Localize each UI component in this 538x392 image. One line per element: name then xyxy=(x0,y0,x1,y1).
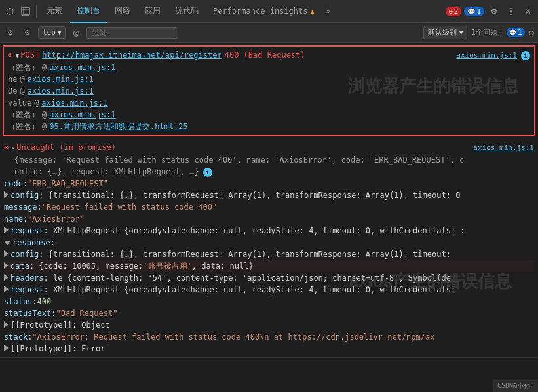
stack-link-1[interactable]: axios.min.js:1 xyxy=(49,62,115,73)
expand-res-headers-icon[interactable] xyxy=(4,274,9,281)
object-preview-2: onfig: {…}, request: XMLHttpRequest, …} … xyxy=(4,166,534,178)
performance-warning-icon: ▲ xyxy=(311,8,315,15)
error-icon-red: ⊗ xyxy=(8,50,12,60)
expand-response-icon[interactable] xyxy=(4,241,10,245)
status-text: 400 (Bad Request) xyxy=(225,50,305,60)
object-preview-1: {message: 'Request failed with status co… xyxy=(4,154,534,166)
clear-console-icon[interactable]: ⊘ xyxy=(4,26,17,39)
tab-network[interactable]: 网络 xyxy=(108,0,137,23)
post-method-label: POST xyxy=(20,50,39,60)
console-settings-icon[interactable]: ⚙ xyxy=(529,28,534,38)
prop-prototype-err: [[Prototype]]: Error xyxy=(4,343,534,355)
issues-badge: 1个问题： 💬 1 xyxy=(471,28,524,37)
watermark-bar: CSDN@小孙° xyxy=(493,380,538,392)
prop-response: response: xyxy=(4,237,534,248)
tab-console[interactable]: 控制台 xyxy=(70,0,107,23)
close-icon[interactable]: × xyxy=(521,4,535,18)
console-toolbar: ⊘ ⊙ top ▼ ◎ 默认级别 ▼ 1个问题： 💬 1 ⚙ xyxy=(0,23,538,43)
axios-error-section: ⊗ ▸ Uncaught (in promise) axios.min.js:1… xyxy=(0,139,538,358)
request-url-link[interactable]: http://hmajax.itheima.net/api/register xyxy=(42,50,222,60)
post-error-line: ⊗ ▼ POST http://hmajax.itheima.net/api/r… xyxy=(8,49,530,62)
expand-toggle[interactable]: ▸ xyxy=(11,143,15,153)
info-icon-2[interactable]: i xyxy=(203,168,212,177)
issues-count-badge: 💬 1 xyxy=(507,28,525,37)
filter-input[interactable] xyxy=(86,27,178,39)
response-headers: headers: le {content-length: '54', conte… xyxy=(4,272,534,284)
settings-icon[interactable]: ⚙ xyxy=(487,4,501,18)
tab-sources[interactable]: 源代码 xyxy=(168,0,205,23)
prop-stack: stack: "AxiosError: Request failed with … xyxy=(4,331,534,343)
console-content: ⊗ ▼ POST http://hmajax.itheima.net/api/r… xyxy=(0,43,538,392)
devtools-toolbar: ⬡ 元素 控制台 网络 应用 源代码 Performance insights … xyxy=(0,0,538,23)
message-badge[interactable]: 💬 1 xyxy=(464,7,484,16)
expand-proto-err-icon[interactable] xyxy=(4,345,9,351)
stack-line-4: value @ axios.min.js:1 xyxy=(8,97,530,109)
browser-error-block: ⊗ ▼ POST http://hmajax.itheima.net/api/r… xyxy=(3,45,535,136)
expand-config-icon[interactable] xyxy=(4,191,9,198)
inspect-icon[interactable] xyxy=(18,4,33,18)
expand-proto-icon[interactable] xyxy=(4,321,9,328)
prop-request: request: XMLHttpRequest {onreadystatecha… xyxy=(4,225,534,237)
response-request: request: XMLHttpRequest {onreadystatecha… xyxy=(4,284,534,296)
axios-source-link[interactable]: axios.min.js:1 xyxy=(473,143,534,153)
stack-line-5: （匿名） @ axios.min.js:1 xyxy=(8,109,530,121)
error-badge[interactable]: ⊗ 2 xyxy=(446,7,462,16)
response-config: config: {transitional: {…}, transformReq… xyxy=(4,248,534,260)
level-select[interactable]: 默认级别 ▼ xyxy=(423,26,467,39)
stack-line-3: Oe @ axios.min.js:1 xyxy=(8,85,530,97)
expand-res-config-icon[interactable] xyxy=(4,250,9,257)
stack-line-2: he @ axios.min.js:1 xyxy=(8,73,530,85)
top-selector[interactable]: top ▼ xyxy=(38,26,66,39)
eye-icon[interactable]: ◎ xyxy=(69,26,83,39)
stack-line-6: （匿名） @ 05.常用请求方法和数据提交.html:25 xyxy=(8,121,530,132)
message-icon: 💬 xyxy=(467,8,475,15)
filter-icon[interactable]: ⊙ xyxy=(21,26,34,39)
stack-link-4[interactable]: axios.min.js:1 xyxy=(41,98,107,108)
expand-res-data-icon[interactable] xyxy=(4,262,9,269)
message-icon-small: 💬 xyxy=(509,29,516,36)
stack-link-3[interactable]: axios.min.js:1 xyxy=(28,86,94,96)
tab-elements[interactable]: 元素 xyxy=(40,0,69,23)
response-data: data: {code: 10005, message: '账号被占用', da… xyxy=(4,260,534,272)
stack-link-5[interactable]: axios.min.js:1 xyxy=(49,109,115,120)
uncaught-label: Uncaught (in promise) xyxy=(16,142,116,153)
axios-error-block: ⊗ ▸ Uncaught (in promise) axios.min.js:1… xyxy=(0,139,538,358)
tab-application[interactable]: 应用 xyxy=(138,0,167,23)
prop-name: name: "AxiosError" xyxy=(4,213,534,225)
tab-more-button[interactable]: » xyxy=(322,5,335,18)
response-statustext: statusText: "Bad Request" xyxy=(4,307,534,319)
expand-arrow[interactable]: ▼ xyxy=(15,50,19,61)
error-icon-axios: ⊗ xyxy=(4,142,9,153)
chevron-down-icon: ▼ xyxy=(58,29,61,36)
expand-res-request-icon[interactable] xyxy=(4,286,9,292)
tab-performance[interactable]: Performance insights ▲ xyxy=(206,4,321,18)
response-status: status: 400 xyxy=(4,296,534,307)
prop-code: code: "ERR_BAD_REQUEST" xyxy=(4,178,534,189)
expand-request-icon[interactable] xyxy=(4,227,9,233)
error-source-link[interactable]: axios.min.js:1 xyxy=(456,50,517,61)
error-icon: ⊗ xyxy=(449,8,453,15)
prop-prototype-obj: [[Prototype]]: Object xyxy=(4,319,534,331)
toolbar-right: ⊗ 2 💬 1 ⚙ ⋮ × xyxy=(446,4,535,18)
info-icon[interactable]: i xyxy=(521,51,530,60)
chevron-down-icon: ▼ xyxy=(459,29,463,36)
svg-rect-0 xyxy=(22,7,29,15)
uncaught-error-line: ⊗ ▸ Uncaught (in promise) axios.min.js:1 xyxy=(4,142,534,154)
prop-message: message: "Request failed with status cod… xyxy=(4,201,534,213)
stack-link-6[interactable]: 05.常用请求方法和数据提交.html:25 xyxy=(49,121,187,132)
browser-error-section: ⊗ ▼ POST http://hmajax.itheima.net/api/r… xyxy=(0,45,538,136)
separator xyxy=(36,5,37,18)
stack-line-1: （匿名） @ axios.min.js:1 xyxy=(8,62,530,73)
more-options-icon[interactable]: ⋮ xyxy=(504,4,518,18)
prop-config: config: {transitional: {…}, transformReq… xyxy=(4,189,534,201)
cursor-icon[interactable]: ⬡ xyxy=(3,4,17,18)
stack-link-2[interactable]: axios.min.js:1 xyxy=(28,74,94,85)
